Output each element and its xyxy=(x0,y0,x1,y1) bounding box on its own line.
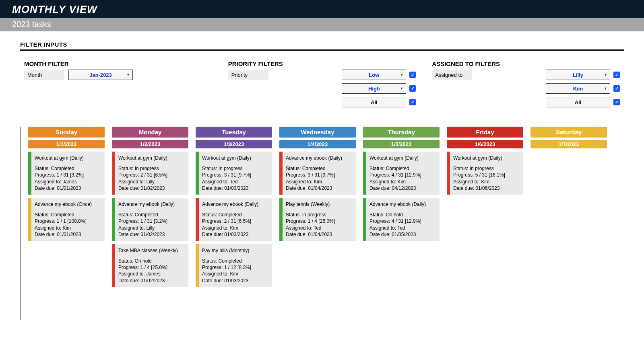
month-dropdown[interactable]: Jan-2023 ▼ xyxy=(68,70,133,80)
task-card[interactable]: Advance my ebook (Daily)Status: Complete… xyxy=(112,198,188,241)
assigned-dropdown-kim[interactable]: Kim▼ xyxy=(546,83,610,94)
priority-checkbox-low[interactable]: ✓ xyxy=(409,72,416,78)
task-progress: Progress: 2 / 31 [6.5%] xyxy=(202,218,269,224)
assigned-dropdown-all[interactable]: All xyxy=(546,97,610,107)
task-assigned: Assigned to: Ted xyxy=(202,179,269,185)
day-column-wednesday: Wednesday1/4/2023Advance my ebook (Daily… xyxy=(279,127,356,287)
assigned-dropdown-lilly[interactable]: Lilly▼ xyxy=(546,70,610,80)
task-progress: Progress: 4 / 31 [12.9%] xyxy=(369,172,436,178)
month-filter-label: Month xyxy=(24,70,64,80)
task-body: Advance my ebook (Daily)Status: Complete… xyxy=(283,152,356,195)
task-progress: Progress: 1 / 1 [100.0%] xyxy=(35,218,101,224)
priority-checkbox-all[interactable]: ✓ xyxy=(409,99,416,105)
task-card[interactable]: Play tennis (Weekly)Status: In progressP… xyxy=(279,198,356,241)
task-body: Advance my ebook (Once)Status: Completed… xyxy=(31,198,105,241)
day-header: Wednesday xyxy=(279,127,356,138)
task-status: Status: Completed xyxy=(118,212,185,218)
header-dark: MONTHLY VIEW xyxy=(0,0,644,18)
priority-filter-label: Priority xyxy=(228,70,268,80)
task-card[interactable]: Workout at gym (Daily)Status: CompletedP… xyxy=(28,152,105,195)
task-progress: Progress: 1 / 31 [3.2%] xyxy=(35,172,101,178)
task-title: Workout at gym (Daily) xyxy=(369,155,436,161)
task-card[interactable]: Advance my ebook (Daily)Status: Complete… xyxy=(196,198,272,241)
day-date: 1/3/2023 xyxy=(196,140,272,148)
day-header: Saturday xyxy=(530,127,607,138)
task-progress: Progress: 3 / 31 [9.7%] xyxy=(286,172,353,178)
task-due: Date due: 01/04/2023 xyxy=(286,185,353,191)
task-card[interactable]: Advance my ebook (Daily)Status: On holdP… xyxy=(363,198,440,241)
task-title: Workout at gym (Daily) xyxy=(118,155,185,161)
priority-checkbox-high[interactable]: ✓ xyxy=(409,85,416,92)
assigned-filter-block: ASSIGNED TO FILTERS Assigned toLilly▼✓Ki… xyxy=(432,60,620,111)
task-stripe xyxy=(279,152,283,195)
task-body: Advance my ebook (Daily)Status: On holdP… xyxy=(366,198,440,241)
task-title: Advance my ebook (Once) xyxy=(35,201,101,207)
task-assigned: Assigned to: Kim xyxy=(35,225,101,231)
day-date: 1/2/2023 xyxy=(112,140,188,148)
priority-filter-block: PRIORITY FILTERS PriorityLow▼✓High▼✓All✓ xyxy=(228,60,416,111)
day-column-friday: Friday1/6/2023Workout at gym (Daily)Stat… xyxy=(447,127,523,287)
task-card[interactable]: Pay my bills (Monthly)Status: CompletedP… xyxy=(196,244,272,287)
task-status: Status: In progress xyxy=(202,165,269,172)
day-column-thursday: Thursday1/5/2023Workout at gym (Daily)St… xyxy=(363,127,440,287)
day-header: Sunday xyxy=(28,127,105,138)
task-progress: Progress: 2 / 31 [6.5%] xyxy=(118,172,185,178)
day-column-saturday: Saturday1/7/2023 xyxy=(530,127,607,287)
chevron-down-icon: ▼ xyxy=(604,86,607,90)
day-date: 1/6/2023 xyxy=(447,140,523,148)
calendar-divider xyxy=(20,127,21,320)
day-date: 1/5/2023 xyxy=(363,140,440,148)
priority-dropdown-high[interactable]: High▼ xyxy=(342,83,406,94)
task-stripe xyxy=(112,152,115,195)
day-date: 1/7/2023 xyxy=(530,140,607,148)
day-column-tuesday: Tuesday1/3/2023Workout at gym (Daily)Sta… xyxy=(196,127,272,287)
assigned-filter-label: Assigned to xyxy=(432,70,472,80)
task-status: Status: In progress xyxy=(453,165,520,172)
task-due: Date due: 01/03/2023 xyxy=(202,277,269,284)
priority-dropdown-low[interactable]: Low▼ xyxy=(342,70,406,80)
task-due: Date due: 01/03/2023 xyxy=(202,231,269,238)
task-progress: Progress: 3 / 31 [9.7%] xyxy=(202,172,269,178)
task-title: Workout at gym (Daily) xyxy=(202,155,269,161)
assigned-checkbox-all[interactable]: ✓ xyxy=(613,99,620,105)
task-title: Advance my ebook (Daily) xyxy=(118,201,185,207)
task-progress: Progress: 1 / 31 [3.2%] xyxy=(118,218,185,224)
task-assigned: Assigned to: James xyxy=(118,271,185,277)
task-card[interactable]: Advance my ebook (Once)Status: Completed… xyxy=(28,198,105,241)
month-filter-title: MONTH FILTER xyxy=(24,60,212,67)
task-body: Take MBA classes (Weekly)Status: On hold… xyxy=(115,244,188,287)
task-progress: Progress: 1 / 12 [8.3%] xyxy=(202,264,269,271)
header-subtitle: 2023 tasks xyxy=(0,18,644,31)
task-assigned: Assigned to: Kim xyxy=(453,179,520,185)
assigned-checkbox-lilly[interactable]: ✓ xyxy=(613,72,620,78)
chevron-down-icon: ▼ xyxy=(126,73,130,77)
priority-dropdown-value: High xyxy=(368,86,380,92)
task-due: Date due: 01/02/2023 xyxy=(118,277,185,284)
task-stripe xyxy=(28,198,31,241)
task-assigned: Assigned to: Lilly xyxy=(118,179,185,185)
chevron-down-icon: ▼ xyxy=(400,73,403,77)
day-date: 1/1/2023 xyxy=(28,140,105,148)
task-status: Status: Completed xyxy=(202,258,269,264)
task-card[interactable]: Workout at gym (Daily)Status: In progres… xyxy=(447,152,523,195)
task-body: Advance my ebook (Daily)Status: Complete… xyxy=(115,198,188,241)
task-status: Status: Completed xyxy=(35,212,101,218)
calendar-grid: Sunday1/1/2023Workout at gym (Daily)Stat… xyxy=(0,111,644,336)
task-stripe xyxy=(196,152,199,195)
assigned-dropdown-value: Kim xyxy=(573,86,583,92)
task-card[interactable]: Workout at gym (Daily)Status: In progres… xyxy=(196,152,272,195)
day-column-sunday: Sunday1/1/2023Workout at gym (Daily)Stat… xyxy=(28,127,105,287)
assigned-checkbox-kim[interactable]: ✓ xyxy=(613,85,620,92)
task-card[interactable]: Workout at gym (Daily)Status: CompletedP… xyxy=(363,152,440,195)
task-title: Advance my ebook (Daily) xyxy=(202,201,269,207)
task-card[interactable]: Workout at gym (Daily)Status: In progres… xyxy=(112,152,188,195)
task-card[interactable]: Take MBA classes (Weekly)Status: On hold… xyxy=(112,244,188,287)
task-due: Date due: 01/01/2023 xyxy=(35,185,101,191)
day-header: Monday xyxy=(112,127,188,138)
assigned-dropdown-value: All xyxy=(575,99,582,105)
priority-dropdown-all[interactable]: All xyxy=(342,97,406,107)
task-card[interactable]: Advance my ebook (Daily)Status: Complete… xyxy=(279,152,356,195)
task-due: Date due: 01/05/2023 xyxy=(369,231,436,238)
task-body: Workout at gym (Daily)Status: In progres… xyxy=(199,152,272,195)
month-filter-block: MONTH FILTER Month Jan-2023 ▼ xyxy=(24,60,212,111)
